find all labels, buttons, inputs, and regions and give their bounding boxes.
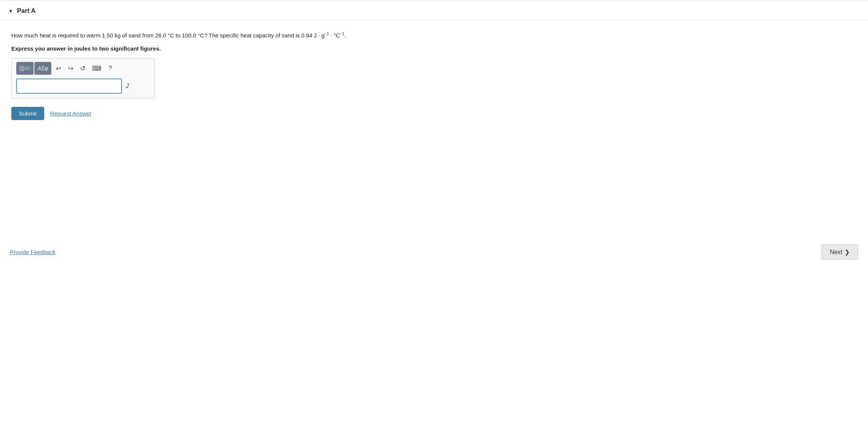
math-template-icon: □ √□: [20, 65, 30, 71]
undo-icon: ↩: [56, 65, 61, 72]
undo-button[interactable]: ↩: [54, 62, 63, 75]
next-chevron-icon: ❯: [845, 248, 849, 256]
part-title: Part A: [17, 7, 35, 15]
input-row: J: [16, 79, 150, 94]
bottom-bar: Provide Feedback Next ❯: [0, 240, 868, 264]
math-template-button[interactable]: □ √□: [16, 62, 34, 75]
unit-label: J: [126, 83, 129, 89]
keyboard-icon: ⌨: [92, 65, 102, 72]
next-label: Next: [830, 249, 842, 256]
redo-button[interactable]: ↪: [66, 62, 76, 75]
action-buttons: Submit Request Answer: [11, 107, 857, 120]
part-header: ▼ Part A: [0, 0, 868, 20]
question-text-main: How much heat is required to warm 1.50 k…: [11, 32, 346, 39]
greek-button[interactable]: ΑΣφ: [34, 62, 51, 75]
sup2: −1: [340, 32, 344, 36]
submit-button[interactable]: Submit: [11, 107, 44, 120]
keyboard-button[interactable]: ⌨: [90, 62, 104, 75]
greek-icon: ΑΣφ: [38, 65, 48, 71]
redo-icon: ↪: [68, 65, 73, 72]
collapse-arrow[interactable]: ▼: [8, 8, 13, 14]
page-container: ▼ Part A How much heat is required to wa…: [0, 0, 868, 438]
question-text: How much heat is required to warm 1.50 k…: [11, 31, 857, 40]
reset-icon: ↺: [80, 65, 85, 72]
request-answer-button[interactable]: Request Answer: [50, 110, 91, 117]
toolbar: □ √□ ΑΣφ ↩ ↪ ↺: [16, 62, 150, 75]
answer-input[interactable]: [16, 79, 122, 94]
answer-box-container: □ √□ ΑΣφ ↩ ↪ ↺: [11, 58, 155, 99]
provide-feedback-button[interactable]: Provide Feedback: [10, 249, 56, 255]
instruction-text: Express you answer in joules to two sign…: [11, 45, 857, 52]
reset-button[interactable]: ↺: [78, 62, 88, 75]
toolbar-btn-group: □ √□ ΑΣφ: [16, 62, 51, 75]
sup1: −1: [325, 32, 329, 36]
help-button[interactable]: ?: [106, 62, 114, 75]
content-area: How much heat is required to warm 1.50 k…: [0, 20, 868, 131]
next-button[interactable]: Next ❯: [821, 244, 858, 260]
help-icon: ?: [108, 65, 112, 72]
